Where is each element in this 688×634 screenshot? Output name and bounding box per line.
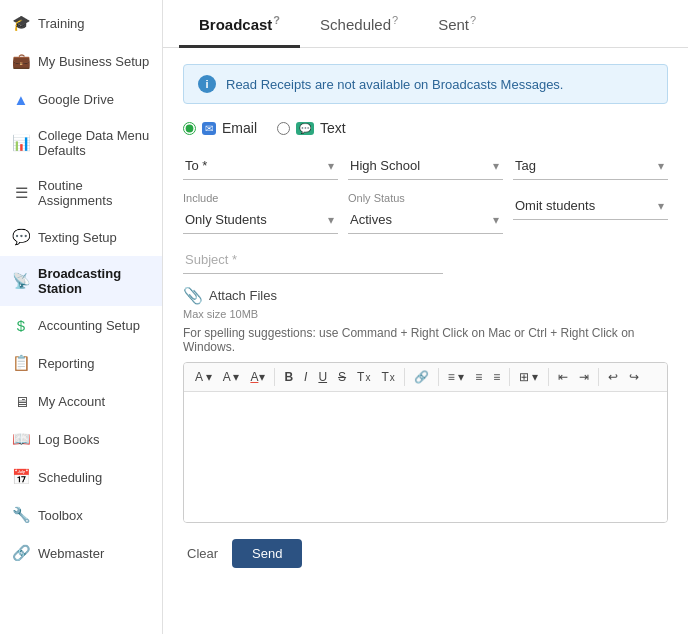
indent-increase-button[interactable]: ⇥ [574, 367, 594, 387]
include-label: Include [183, 192, 338, 204]
business-icon: 💼 [12, 52, 30, 70]
editor-container: A ▾ A ▾ A ▾ B I U S Tx Tx 🔗 ≡ ▾ ≡ ≡ ⊞ ▾ … [183, 362, 668, 523]
tag-select-wrap: Tag [513, 152, 668, 180]
tab-scheduled-hint: ? [392, 14, 398, 26]
tab-sent[interactable]: Sent? [418, 0, 496, 48]
sidebar-item-reporting[interactable]: 📋 Reporting [0, 344, 162, 382]
log-icon: 📖 [12, 430, 30, 448]
tab-sent-label: Sent [438, 16, 469, 33]
college-icon: 📊 [12, 134, 30, 152]
high-school-field-wrap: High School [348, 152, 503, 180]
high-school-select-wrap: High School [348, 152, 503, 180]
tab-broadcast[interactable]: Broadcast? [179, 0, 300, 48]
undo-button[interactable]: ↩ [603, 367, 623, 387]
broadcast-icon: 📡 [12, 272, 30, 290]
toolbar-separator-6 [598, 368, 599, 386]
broadcast-content: i Read Receipts are not available on Bro… [163, 48, 688, 584]
text-radio[interactable] [277, 122, 290, 135]
attach-area: 📎 Attach Files Max size 10MB [183, 286, 668, 320]
to-select-wrap: To * [183, 152, 338, 180]
reporting-icon: 📋 [12, 354, 30, 372]
sidebar-item-college-data-menu[interactable]: 📊 College Data Menu Defaults [0, 118, 162, 168]
toolbar-separator-5 [548, 368, 549, 386]
tag-select[interactable]: Tag [513, 152, 668, 180]
editor-body[interactable] [184, 392, 667, 522]
redo-button[interactable]: ↪ [624, 367, 644, 387]
tab-scheduled-label: Scheduled [320, 16, 391, 33]
attach-files-button[interactable]: 📎 Attach Files [183, 286, 277, 305]
clear-button[interactable]: Clear [183, 539, 222, 568]
align-button[interactable]: ≡ ▾ [443, 367, 469, 387]
include-row: Include Only Students Only Status Active… [183, 192, 668, 234]
editor-toolbar: A ▾ A ▾ A ▾ B I U S Tx Tx 🔗 ≡ ▾ ≡ ≡ ⊞ ▾ … [184, 363, 667, 392]
to-select[interactable]: To * [183, 152, 338, 180]
sidebar-item-google-drive[interactable]: ▲ Google Drive [0, 80, 162, 118]
sidebar-item-broadcasting-station[interactable]: 📡 Broadcasting Station [0, 256, 162, 306]
sidebar-item-label: Training [38, 16, 84, 31]
ordered-list-button[interactable]: ≡ [488, 367, 505, 387]
sidebar-item-label: Log Books [38, 432, 99, 447]
subject-input[interactable] [183, 246, 443, 274]
sidebar-item-label: Reporting [38, 356, 94, 371]
accounting-icon: $ [12, 316, 30, 334]
high-school-select[interactable]: High School [348, 152, 503, 180]
info-icon: i [198, 75, 216, 93]
tab-broadcast-hint: ? [273, 14, 280, 26]
font-family-button[interactable]: A ▾ [218, 367, 245, 387]
sidebar-item-label: Texting Setup [38, 230, 117, 245]
link-button[interactable]: 🔗 [409, 367, 434, 387]
sidebar-item-my-account[interactable]: 🖥 My Account [0, 382, 162, 420]
account-icon: 🖥 [12, 392, 30, 410]
italic-button[interactable]: I [299, 367, 312, 387]
only-status-select-wrap: Actives [348, 206, 503, 234]
sidebar-item-accounting-setup[interactable]: $ Accounting Setup [0, 306, 162, 344]
sidebar-item-toolbox[interactable]: 🔧 Toolbox [0, 496, 162, 534]
toolbox-icon: 🔧 [12, 506, 30, 524]
only-status-select[interactable]: Actives [348, 206, 503, 234]
underline-button[interactable]: U [313, 367, 332, 387]
sidebar-item-scheduling[interactable]: 📅 Scheduling [0, 458, 162, 496]
sidebar-item-label: Webmaster [38, 546, 104, 561]
sidebar-item-log-books[interactable]: 📖 Log Books [0, 420, 162, 458]
text-icon: 💬 [296, 122, 314, 135]
sidebar-item-label: Scheduling [38, 470, 102, 485]
tab-sent-hint: ? [470, 14, 476, 26]
email-radio-option[interactable]: ✉ Email [183, 120, 257, 136]
toolbar-separator-3 [438, 368, 439, 386]
sidebar-item-training[interactable]: 🎓 Training [0, 4, 162, 42]
strikethrough-button[interactable]: S [333, 367, 351, 387]
sidebar-item-my-business-setup[interactable]: 💼 My Business Setup [0, 42, 162, 80]
sidebar-item-routine-assignments[interactable]: ☰ Routine Assignments [0, 168, 162, 218]
info-message: Read Receipts are not available on Broad… [226, 77, 563, 92]
sidebar-item-webmaster[interactable]: 🔗 Webmaster [0, 534, 162, 572]
sidebar-item-label: Toolbox [38, 508, 83, 523]
send-button[interactable]: Send [232, 539, 302, 568]
email-radio[interactable] [183, 122, 196, 135]
tab-scheduled[interactable]: Scheduled? [300, 0, 418, 48]
toolbar-separator-1 [274, 368, 275, 386]
bold-button[interactable]: B [279, 367, 298, 387]
text-radio-option[interactable]: 💬 Text [277, 120, 346, 136]
indent-decrease-button[interactable]: ⇤ [553, 367, 573, 387]
attach-note: Max size 10MB [183, 308, 668, 320]
font-size-button[interactable]: A ▾ [190, 367, 217, 387]
subscript-button[interactable]: Tx [352, 367, 375, 387]
to-field-wrap: To * [183, 152, 338, 180]
sidebar-item-label: Accounting Setup [38, 318, 140, 333]
main-content: Broadcast? Scheduled? Sent? i Read Recei… [163, 0, 688, 634]
unordered-list-button[interactable]: ≡ [470, 367, 487, 387]
subject-field-wrap [183, 246, 668, 286]
table-button[interactable]: ⊞ ▾ [514, 367, 543, 387]
texting-icon: 💬 [12, 228, 30, 246]
omit-select[interactable]: Omit students [513, 192, 668, 220]
text-color-button[interactable]: A ▾ [245, 367, 270, 387]
tab-bar: Broadcast? Scheduled? Sent? [163, 0, 688, 48]
spell-hint: For spelling suggestions: use Command + … [183, 326, 668, 354]
tag-field-wrap: Tag [513, 152, 668, 180]
paperclip-icon: 📎 [183, 286, 203, 305]
superscript-button[interactable]: Tx [376, 367, 399, 387]
only-status-label: Only Status [348, 192, 503, 204]
routine-icon: ☰ [12, 184, 30, 202]
include-select[interactable]: Only Students [183, 206, 338, 234]
sidebar-item-texting-setup[interactable]: 💬 Texting Setup [0, 218, 162, 256]
